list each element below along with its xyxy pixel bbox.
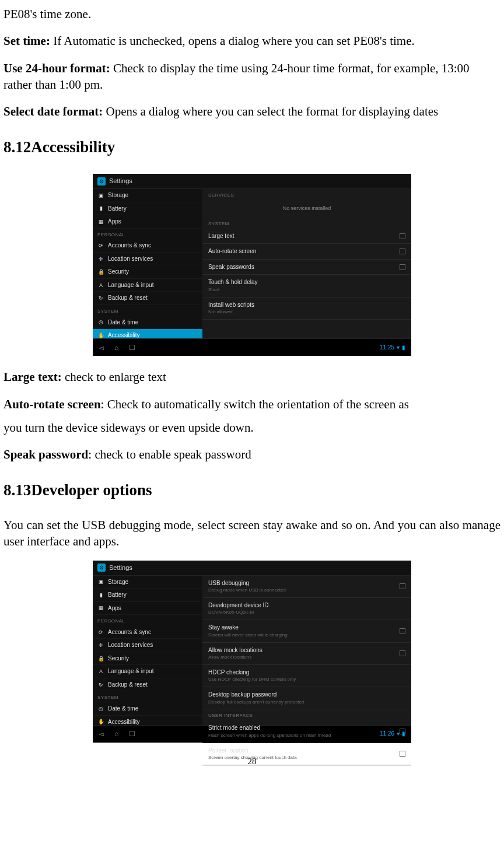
checkbox-icon[interactable] (400, 650, 405, 656)
sidebar-backup[interactable]: ↻Backup & reset (93, 292, 202, 305)
usb-debugging-row[interactable]: USB debuggingDebug mode when USB is conn… (202, 576, 411, 598)
apps-icon: ▦ (97, 218, 104, 225)
home-icon[interactable]: ⌂ (114, 343, 118, 352)
large-text-row[interactable]: Large text (202, 229, 411, 244)
recent-icon[interactable]: ☐ (129, 729, 135, 738)
sidebar2-datetime[interactable]: ◷Date & time (93, 702, 202, 716)
sidebar-security[interactable]: 🔒Security (93, 265, 202, 279)
sidebar-backup-label: Backup & reset (108, 294, 148, 302)
checkbox-icon[interactable] (400, 264, 405, 270)
large-text-bold: Large text: (4, 370, 62, 384)
status-clock: 11:25 ▾ ▮ (380, 344, 405, 352)
checkbox-icon[interactable] (400, 628, 405, 634)
sidebar-location[interactable]: ✛Location services (93, 253, 202, 266)
back-icon[interactable]: ◅ (99, 343, 104, 352)
pointer-location-row[interactable]: Pointer locationScreen overlay showing c… (202, 743, 411, 765)
large-text-rest: check to enlarge text (62, 370, 166, 384)
speakpw-bold: Speak password (4, 447, 88, 461)
developer-para: You can set the USB debugging mode, sele… (4, 517, 501, 550)
checkbox-icon[interactable] (400, 583, 405, 589)
sidebar2-security-label: Security (108, 654, 129, 663)
intro-p3: Select date format: Opens a dialog where… (4, 103, 501, 120)
sidebar-accessibility-label: Accessibility (108, 331, 139, 338)
sidebar-battery[interactable]: ▮Battery (93, 202, 202, 216)
screenshot-titlebar: ⚙ Settings (93, 174, 411, 189)
clock-text: 11:25 (380, 344, 394, 352)
services-header: SERVICES (202, 189, 411, 200)
checkbox-icon[interactable] (400, 249, 405, 254)
sidebar-datetime[interactable]: ◷Date & time (93, 316, 202, 330)
sidebar2-accounts[interactable]: ⟳Accounts & sync (93, 626, 202, 639)
sidebar-battery-label: Battery (108, 205, 127, 213)
back-icon[interactable]: ◅ (99, 729, 104, 738)
hdcp-label: HDCP checking (208, 669, 249, 676)
hdcp-row[interactable]: HDCP checkingUse HDCP checking for DRM c… (202, 665, 411, 687)
no-services-text: No services installed (202, 200, 411, 218)
sidebar-accessibility[interactable]: ✋Accessibility (93, 329, 202, 338)
sidebar2-backup[interactable]: ↻Backup & reset (93, 678, 202, 692)
sidebar2-security[interactable]: 🔒Security (93, 652, 202, 666)
settings-sidebar[interactable]: ▣Storage ▮Battery ▦Apps PERSONAL ⟳Accoun… (93, 189, 202, 338)
sidebar2-accounts-label: Accounts & sync (108, 628, 151, 636)
storage-icon: ▣ (97, 192, 104, 199)
screenshot2-title: Settings (109, 564, 132, 572)
sidebar2-datetime-label: Date & time (108, 705, 138, 713)
checkbox-icon[interactable] (400, 751, 405, 757)
devid-label: Development device ID (208, 602, 268, 608)
devid-sub: DOVN-5K05-UQ2K-M (208, 610, 268, 616)
heading-813: 8.13Developer options (4, 480, 501, 501)
intro-p1: Set time: If Automatic is unchecked, ope… (4, 33, 501, 49)
pointer-label: Pointer location (208, 747, 249, 754)
sidebar-storage[interactable]: ▣Storage (93, 189, 202, 202)
auto-rotate-row[interactable]: Auto-rotate screen (202, 244, 411, 260)
sidebar2-apps[interactable]: ▦Apps (93, 602, 202, 615)
clock-icon: ◷ (97, 705, 104, 712)
touch-hold-row[interactable]: Touch & hold delayShort (202, 275, 411, 297)
sidebar2-cat-system: SYSTEM (93, 691, 202, 702)
recent-icon[interactable]: ☐ (129, 343, 135, 352)
sidebar2-cat-personal: PERSONAL (93, 615, 202, 626)
battery-status-icon: ▮ (402, 730, 405, 738)
sidebar-security-label: Security (108, 268, 129, 276)
checkbox-icon[interactable] (400, 233, 405, 239)
web-scripts-label: Install web scripts (208, 302, 254, 308)
sidebar-storage-label: Storage (108, 191, 128, 200)
settings-detail-2: USB debuggingDebug mode when USB is conn… (202, 576, 411, 725)
location-icon: ✛ (97, 256, 104, 262)
sidebar-accounts[interactable]: ⟳Accounts & sync (93, 239, 202, 253)
touch-hold-label: Touch & hold delay (208, 279, 258, 285)
set-time-label: Set time: (4, 34, 50, 48)
sidebar2-location[interactable]: ✛Location services (93, 639, 202, 652)
speak-passwords-label: Speak passwords (208, 263, 254, 271)
pointer-sub: Screen overlay showing current touch dat… (208, 755, 297, 761)
auto-rotate-label: Auto-rotate screen (208, 247, 256, 256)
screenshot-title: Settings (109, 177, 132, 186)
mock-locations-row[interactable]: Allow mock locationsAllow mock locations (202, 643, 411, 665)
sidebar2-storage-label: Storage (108, 578, 128, 586)
sidebar2-battery[interactable]: ▮Battery (93, 589, 202, 602)
stay-awake-row[interactable]: Stay awakeScreen will never sleep while … (202, 620, 411, 642)
sidebar-location-label: Location services (108, 255, 153, 263)
sidebar-accounts-label: Accounts & sync (108, 242, 151, 250)
sidebar2-backup-label: Backup & reset (108, 681, 148, 689)
web-scripts-row[interactable]: Install web scriptsNot allowed (202, 298, 411, 320)
settings-sidebar-2[interactable]: ▣Storage ▮Battery ▦Apps PERSONAL ⟳Accoun… (93, 576, 202, 725)
backup-label: Desktop backup password (208, 691, 276, 698)
speak-passwords-row[interactable]: Speak passwords (202, 260, 411, 275)
desktop-backup-row[interactable]: Desktop backup passwordDesktop full back… (202, 687, 411, 709)
speakpw-rest: : check to enable speak password (88, 447, 251, 461)
sidebar2-accessibility[interactable]: ✋Accessibility (93, 716, 202, 725)
sidebar2-storage[interactable]: ▣Storage (93, 576, 202, 589)
stay-label: Stay awake (208, 624, 239, 631)
strict-label: Strict mode enabled (208, 724, 260, 731)
sidebar2-language[interactable]: ALanguage & input (93, 665, 202, 678)
home-icon[interactable]: ⌂ (114, 729, 118, 738)
storage-icon: ▣ (97, 578, 104, 585)
sidebar-apps[interactable]: ▦Apps (93, 215, 202, 229)
devid-row[interactable]: Development device IDDOVN-5K05-UQ2K-M (202, 598, 411, 620)
mock-sub: Allow mock locations (208, 654, 262, 661)
wifi-icon: ▾ (397, 730, 400, 738)
status-clock-2: 11:26 ▾ ▮ (380, 730, 405, 738)
backup-icon: ↻ (97, 295, 104, 302)
sidebar-language[interactable]: ALanguage & input (93, 279, 202, 292)
